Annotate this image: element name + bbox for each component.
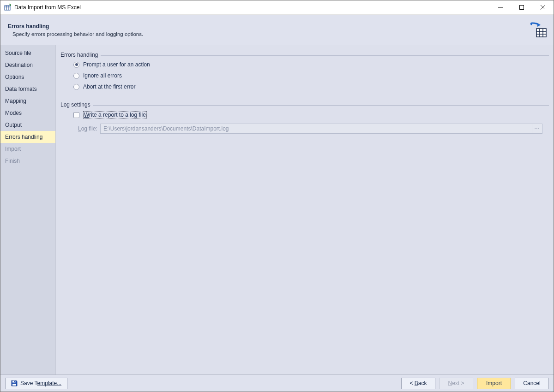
cancel-label: Cancel: [523, 380, 540, 386]
window-title: Data Import from MS Excel: [14, 4, 81, 11]
svg-rect-15: [12, 384, 16, 386]
sidebar-item-source-file[interactable]: Source file: [0, 47, 55, 59]
radio-prompt-user[interactable]: Prompt a user for an action: [67, 59, 542, 70]
sidebar-item-import: Import: [0, 143, 55, 155]
cancel-button[interactable]: Cancel: [515, 378, 549, 389]
log-file-row: Log file: ···: [78, 124, 542, 134]
maximize-button[interactable]: [511, 0, 532, 14]
sidebar-item-mapping[interactable]: Mapping: [0, 95, 55, 107]
wizard-body: Source file Destination Options Data for…: [0, 45, 554, 374]
log-file-input: [101, 125, 532, 133]
close-button[interactable]: [532, 0, 554, 14]
radio-abort-first-error[interactable]: Abort at the first error: [67, 81, 542, 92]
log-file-input-wrap: ···: [100, 124, 542, 134]
wizard-sidebar: Source file Destination Options Data for…: [0, 45, 56, 374]
save-template-button[interactable]: Save Template...: [5, 378, 67, 389]
save-template-label: Save Template...: [20, 380, 61, 386]
app-window: Data Import from MS Excel Errors handlin…: [0, 0, 554, 392]
log-settings-group: Log settings Write a report to a log fil…: [60, 101, 549, 138]
wizard-content: Errors handling Prompt a user for an act…: [56, 45, 554, 374]
svg-rect-5: [520, 6, 524, 10]
log-file-browse-button: ···: [532, 124, 542, 133]
checkbox-write-log[interactable]: Write a report to a log file: [67, 109, 542, 121]
window-controls: [490, 0, 554, 14]
svg-rect-8: [536, 29, 546, 37]
sidebar-item-options[interactable]: Options: [0, 71, 55, 83]
instruction-title: Errors handling: [8, 23, 143, 30]
radio-icon: [73, 73, 79, 79]
wizard-footer: Save Template... < Back Next > Import Ca…: [0, 374, 554, 392]
svg-rect-14: [14, 381, 15, 382]
save-icon: [11, 380, 18, 386]
sidebar-item-finish: Finish: [0, 155, 55, 167]
import-button[interactable]: Import: [477, 378, 511, 389]
footer-left: Save Template...: [5, 378, 67, 389]
radio-label: Abort at the first error: [83, 83, 135, 90]
radio-label: Prompt a user for an action: [83, 61, 150, 68]
titlebar: Data Import from MS Excel: [0, 0, 554, 15]
import-grid-icon: [529, 22, 547, 38]
instruction-subtitle: Specify errors processing behavior and l…: [12, 31, 143, 37]
errors-handling-group: Errors handling Prompt a user for an act…: [60, 52, 549, 97]
import-label: Import: [486, 380, 502, 386]
sidebar-item-data-formats[interactable]: Data formats: [0, 83, 55, 95]
sidebar-item-destination[interactable]: Destination: [0, 59, 55, 71]
errors-handling-legend: Errors handling: [60, 52, 101, 58]
radio-ignore-errors[interactable]: Ignore all errors: [67, 70, 542, 81]
next-button: Next >: [439, 378, 473, 389]
instruction-text: Errors handling Specify errors processin…: [8, 23, 143, 37]
sidebar-item-output[interactable]: Output: [0, 119, 55, 131]
log-settings-legend: Log settings: [60, 101, 93, 108]
instruction-header: Errors handling Specify errors processin…: [0, 15, 554, 45]
checkbox-label: Write a report to a log file: [83, 111, 147, 119]
radio-icon: [73, 84, 79, 90]
minimize-button[interactable]: [490, 0, 511, 14]
radio-label: Ignore all errors: [83, 72, 122, 79]
svg-rect-0: [5, 6, 10, 10]
app-icon: [4, 4, 12, 11]
radio-icon: [73, 62, 79, 68]
footer-right: < Back Next > Import Cancel: [401, 378, 549, 389]
titlebar-left: Data Import from MS Excel: [4, 4, 81, 11]
back-button[interactable]: < Back: [401, 378, 435, 389]
sidebar-item-modes[interactable]: Modes: [0, 107, 55, 119]
log-file-label: Log file:: [78, 125, 97, 132]
sidebar-item-errors-handling[interactable]: Errors handling: [0, 131, 55, 143]
svg-rect-13: [12, 381, 16, 383]
next-label: Next >: [448, 380, 464, 386]
checkbox-icon: [73, 112, 79, 118]
back-label: < Back: [409, 380, 427, 386]
